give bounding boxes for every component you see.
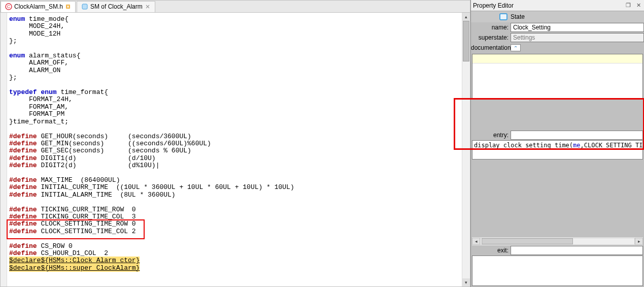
scroll-left-icon[interactable]: ◂	[472, 238, 480, 245]
property-editor-panel: Property Editor ❐ ✕ State name: supersta…	[470, 0, 644, 287]
tab-label: SM of Clock_Alarm	[90, 3, 143, 10]
state-icon	[499, 13, 507, 20]
property-editor-header: Property Editor ❐ ✕	[471, 0, 644, 11]
tab-bar: C ClockAlarm_SM.h SM of Clock_Alarm	[1, 1, 470, 13]
c-file-icon: C	[5, 3, 12, 10]
exit-label: exit:	[471, 247, 511, 254]
entry-label: entry:	[471, 132, 511, 139]
documentation-textarea[interactable]	[472, 54, 643, 100]
name-field-row: name:	[471, 22, 644, 33]
code-editor-panel: C ClockAlarm_SM.h SM of Clock_Alarm enum…	[0, 0, 470, 287]
code-editor[interactable]: enum time_mode{ MODE_24H, MODE_12H}; enu…	[1, 13, 470, 286]
scroll-right-icon[interactable]: ▸	[635, 238, 643, 245]
close-icon[interactable]: ✕	[635, 2, 642, 9]
restore-icon[interactable]: ❐	[625, 2, 632, 9]
close-icon[interactable]	[145, 4, 151, 10]
entry-field-row: entry:	[471, 130, 644, 140]
horizontal-scrollbar[interactable]: ◂ ▸	[472, 237, 643, 245]
spacer	[471, 160, 644, 236]
scroll-thumb[interactable]	[482, 238, 573, 244]
documentation-field-row: documentation: ⌃	[471, 43, 644, 53]
superstate-label: superstate:	[471, 34, 511, 41]
scroll-track[interactable]	[462, 21, 470, 278]
documentation-label: documentation:	[471, 44, 511, 51]
editor-gutter	[1, 13, 7, 286]
exit-code-area[interactable]	[472, 256, 643, 286]
svg-rect-3	[82, 4, 87, 9]
name-label: name:	[471, 24, 511, 31]
superstate-field-row: superstate:	[471, 33, 644, 43]
name-input[interactable]	[511, 23, 644, 32]
entry-code-area[interactable]: display_clock_setting_time(me,CLOCK_SETT…	[472, 140, 643, 160]
property-editor-body: State name: superstate: documentation: ⌃…	[471, 11, 644, 287]
state-type-label: State	[511, 13, 525, 20]
scroll-down-icon[interactable]: ▾	[462, 278, 470, 286]
superstate-input	[511, 33, 644, 42]
entry-input[interactable]	[511, 131, 643, 140]
tab-sm-clock-alarm[interactable]: SM of Clock_Alarm	[77, 1, 155, 12]
code-text-area[interactable]: enum time_mode{ MODE_24H, MODE_12H}; enu…	[7, 13, 462, 286]
doc-toggle-icon[interactable]: ⌃	[511, 44, 521, 51]
svg-text:C: C	[7, 4, 11, 9]
state-type-row: State	[471, 11, 644, 22]
exit-input[interactable]	[511, 246, 643, 255]
scroll-track[interactable]	[480, 238, 635, 245]
scroll-up-icon[interactable]: ▴	[462, 13, 470, 21]
exit-field-row: exit:	[471, 245, 644, 256]
spacer	[471, 100, 644, 130]
property-editor-title: Property Editor	[473, 2, 514, 9]
scroll-thumb[interactable]	[463, 21, 469, 61]
tab-label: ClockAlarm_SM.h	[14, 3, 63, 10]
sm-file-icon	[81, 3, 88, 10]
vertical-scrollbar[interactable]: ▴ ▾	[462, 13, 470, 286]
close-icon[interactable]	[65, 4, 71, 10]
tab-clockalarm-h[interactable]: C ClockAlarm_SM.h	[1, 1, 76, 12]
